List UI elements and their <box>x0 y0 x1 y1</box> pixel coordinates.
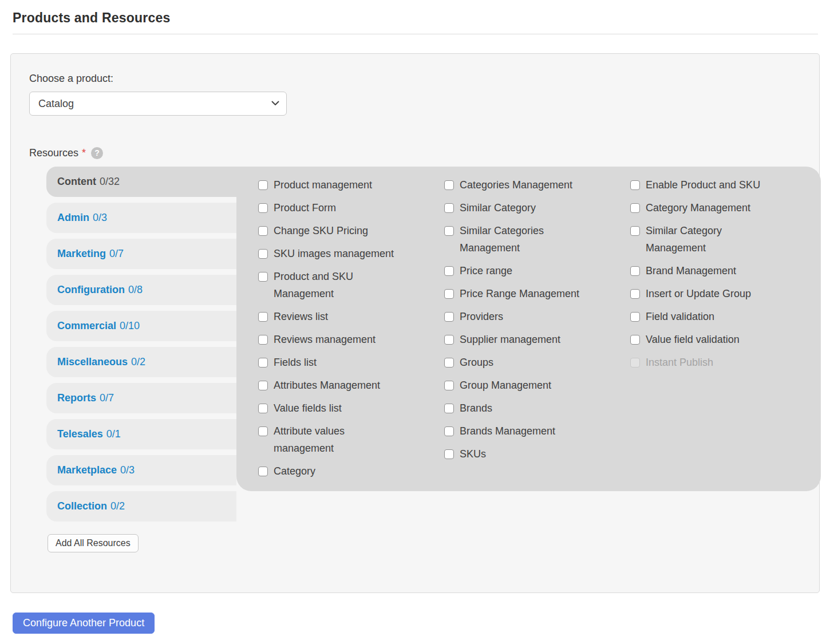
checkbox[interactable] <box>258 312 268 322</box>
resource-label: Fields list <box>274 354 317 371</box>
resource-checkbox-item[interactable]: Value fields list <box>258 400 444 417</box>
tab-count: 0/1 <box>106 428 121 440</box>
resource-checkbox-item[interactable]: Value field validation <box>630 331 816 348</box>
tab-miscellaneous[interactable]: Miscellaneous0/2 <box>46 347 236 377</box>
resource-checkbox-item[interactable]: Reviews management <box>258 331 444 348</box>
tab-collection[interactable]: Collection0/2 <box>46 491 236 521</box>
resource-checkbox-item[interactable]: Reviews list <box>258 308 444 325</box>
resource-label: Product Form <box>274 199 336 216</box>
resource-checkbox-item[interactable]: Product and SKU Management <box>258 268 444 302</box>
resource-checkbox-item[interactable]: Similar Categories Management <box>444 222 630 256</box>
product-select[interactable]: Catalog <box>29 92 287 116</box>
resource-checkbox-item[interactable]: Change SKU Pricing <box>258 222 444 239</box>
resource-label: Brand Management <box>646 262 736 279</box>
resource-checkbox-item[interactable]: Group Management <box>444 377 630 394</box>
resource-checkbox-item[interactable]: Groups <box>444 354 630 371</box>
checkbox[interactable] <box>258 249 268 259</box>
checkbox[interactable] <box>444 203 454 213</box>
resource-checkbox-item[interactable]: Similar Category Management <box>630 222 816 256</box>
tab-telesales[interactable]: Telesales0/1 <box>46 419 236 449</box>
checkbox[interactable] <box>258 272 268 282</box>
resource-checkbox-item[interactable]: Providers <box>444 308 630 325</box>
checkbox[interactable] <box>258 381 268 390</box>
checkbox[interactable] <box>630 266 640 276</box>
checkbox-column-2: Categories ManagementSimilar CategorySim… <box>444 176 630 485</box>
resource-label: Value field validation <box>646 331 740 348</box>
resource-checkbox-item[interactable]: Brand Management <box>630 262 816 279</box>
tab-label: Configuration <box>57 284 125 296</box>
resource-label: Brands <box>460 400 492 417</box>
resource-checkbox-item[interactable]: Categories Management <box>444 176 630 193</box>
resource-checkbox-item[interactable]: Insert or Update Group <box>630 285 816 302</box>
checkbox[interactable] <box>630 335 640 345</box>
checkbox[interactable] <box>444 226 454 236</box>
resource-checkbox-item[interactable]: Attribute values management <box>258 422 444 457</box>
resource-checkbox-item[interactable]: Category <box>258 463 444 480</box>
checkbox[interactable] <box>258 358 268 368</box>
help-icon[interactable]: ? <box>91 147 103 159</box>
resource-tabs-list: Content0/32Admin0/3Marketing0/7Configura… <box>46 167 236 521</box>
tab-reports[interactable]: Reports0/7 <box>46 383 236 413</box>
add-all-resources-button[interactable]: Add All Resources <box>48 534 139 552</box>
resource-checkbox-item[interactable]: Category Management <box>630 199 816 216</box>
tab-commercial[interactable]: Commercial0/10 <box>46 311 236 341</box>
resource-label: Reviews list <box>274 308 328 325</box>
resource-label: Attributes Management <box>274 377 380 394</box>
resource-checkbox-item[interactable]: Enable Product and SKU <box>630 176 816 193</box>
resource-checkbox-item[interactable]: SKUs <box>444 445 630 463</box>
tab-count: 0/8 <box>128 284 143 296</box>
checkbox[interactable] <box>630 203 640 213</box>
checkbox[interactable] <box>258 426 268 436</box>
checkbox[interactable] <box>258 467 268 476</box>
resource-checkbox-item[interactable]: Product management <box>258 176 444 193</box>
checkbox[interactable] <box>444 289 454 299</box>
resource-label: Field validation <box>646 308 714 325</box>
tab-count: 0/3 <box>120 464 135 476</box>
tab-label: Collection <box>57 500 107 512</box>
checkbox[interactable] <box>258 180 268 190</box>
resource-checkbox-item[interactable]: Supplier management <box>444 331 630 348</box>
tab-content[interactable]: Content0/32 <box>46 167 236 197</box>
resource-label: Groups <box>460 354 493 371</box>
resource-checkbox-item[interactable]: Similar Category <box>444 199 630 216</box>
checkbox[interactable] <box>444 358 454 368</box>
resource-checkbox-item[interactable]: Brands <box>444 400 630 417</box>
resources-area: Content0/32Admin0/3Marketing0/7Configura… <box>46 167 801 552</box>
checkbox[interactable] <box>444 404 454 413</box>
checkbox[interactable] <box>444 335 454 345</box>
tab-label: Marketing <box>57 248 106 260</box>
checkbox[interactable] <box>444 426 454 436</box>
checkbox[interactable] <box>258 203 268 213</box>
tab-admin[interactable]: Admin0/3 <box>46 203 236 233</box>
resource-checkbox-item[interactable]: Price range <box>444 262 630 279</box>
resource-checkbox-item[interactable]: Fields list <box>258 354 444 371</box>
checkbox[interactable] <box>630 289 640 299</box>
tab-label: Commercial <box>57 320 116 332</box>
checkbox[interactable] <box>444 180 454 190</box>
resource-label: Value fields list <box>274 400 342 417</box>
checkbox[interactable] <box>258 404 268 413</box>
checkbox[interactable] <box>630 312 640 322</box>
checkbox[interactable] <box>444 312 454 322</box>
resource-checkbox-item[interactable]: Attributes Management <box>258 377 444 394</box>
tab-configuration[interactable]: Configuration0/8 <box>46 275 236 305</box>
tab-label: Telesales <box>57 428 103 440</box>
resource-checkbox-item[interactable]: Price Range Management <box>444 285 630 302</box>
resource-label: Similar Categories Management <box>460 222 583 256</box>
checkbox[interactable] <box>444 266 454 276</box>
page: Products and Resources Choose a product:… <box>0 10 830 644</box>
checkbox[interactable] <box>630 226 640 236</box>
checkbox[interactable] <box>258 335 268 345</box>
resource-checkbox-item[interactable]: Product Form <box>258 199 444 216</box>
tab-marketplace[interactable]: Marketplace0/3 <box>46 455 236 485</box>
checkbox[interactable] <box>258 226 268 236</box>
resource-checkbox-item[interactable]: Field validation <box>630 308 816 325</box>
resource-checkbox-item[interactable]: SKU images management <box>258 245 444 262</box>
tab-marketing[interactable]: Marketing0/7 <box>46 239 236 269</box>
resource-checkbox-item[interactable]: Brands Management <box>444 422 630 440</box>
checkbox[interactable] <box>444 449 454 459</box>
checkbox[interactable] <box>444 381 454 390</box>
configure-another-product-button[interactable]: Configure Another Product <box>13 613 155 634</box>
tab-count: 0/3 <box>93 212 107 224</box>
checkbox[interactable] <box>630 180 640 190</box>
